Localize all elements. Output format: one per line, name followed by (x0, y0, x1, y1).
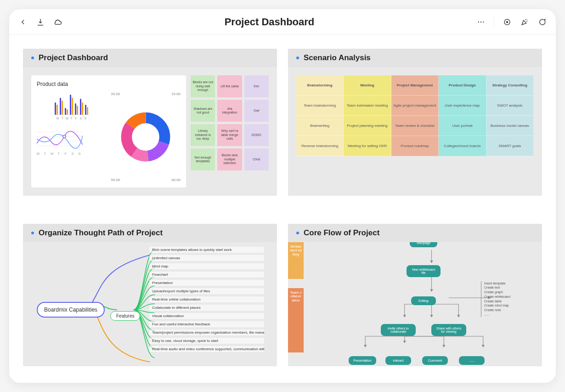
mindmap-leaf[interactable]: Visual collaboration (149, 313, 264, 319)
flow-node[interactable]: Webpage (410, 242, 437, 247)
sticky-note[interactable]: DODO (244, 124, 269, 146)
sticky-note[interactable]: Shadows are not good (191, 100, 215, 122)
flow-node[interactable]: Invite others to collaborate (381, 324, 416, 336)
panel-title: Project Dashboard (39, 53, 108, 62)
mindmap-leaf[interactable]: Upload/export multiple types of files (149, 288, 264, 294)
line-chart: MTWTFSS (37, 127, 107, 155)
scenario-cell[interactable]: Colleges/mood boards (439, 136, 486, 156)
panel-organize[interactable]: Organize Thought Path of Project Boardmi… (23, 224, 277, 366)
product-data-label: Product data (37, 81, 181, 87)
donut-label: 40.00 (171, 178, 181, 182)
mindmap-leaf[interactable]: Collaborate in different places (149, 305, 264, 311)
bullet-icon (31, 232, 34, 234)
panel-coreflow[interactable]: Core Flow of Project Whiteboard editing … (288, 224, 542, 366)
flow-lane-label: Team collaboration (288, 288, 304, 352)
scenario-cell[interactable]: Agile project management (391, 96, 439, 116)
panel-scenario[interactable]: Scenario Analysis BrainstormingMeetingPr… (288, 49, 542, 196)
chat-icon[interactable] (537, 17, 547, 27)
scenario-cell[interactable]: Team review & checklist (391, 116, 439, 136)
bullet-icon (296, 232, 299, 234)
donut-chart: 20.00 10.00 50.00 40.00 (111, 92, 181, 182)
scenario-cell[interactable]: Business model canvas (486, 116, 534, 136)
svg-point-2 (483, 21, 484, 22)
svg-point-0 (478, 21, 479, 22)
sticky-note[interactable]: Jira integration (217, 100, 242, 122)
sticky-note[interactable]: Why can't a table merge cells (217, 124, 242, 146)
flow-node[interactable]: New whiteboard file (407, 265, 441, 277)
panel-title: Core Flow of Project (304, 228, 379, 238)
scenario-cell[interactable]: Meeting for setting OKR (344, 136, 391, 156)
more-icon[interactable] (476, 17, 486, 27)
donut-label: 20.00 (111, 92, 120, 96)
back-icon[interactable] (18, 17, 28, 27)
mindmap-leaf[interactable]: Flowchart (149, 272, 264, 278)
flow-node[interactable]: Interact (385, 356, 411, 365)
record-icon[interactable] (503, 17, 512, 27)
bar-chart: MTWTFSS (37, 92, 107, 120)
scenario-cell[interactable]: Project planning meeting (344, 116, 391, 136)
mindmap-leaf[interactable]: Presentation (149, 280, 264, 286)
donut-label: 10.00 (171, 92, 181, 96)
topbar: Project Dashboard (9, 9, 556, 35)
svg-point-1 (480, 21, 481, 22)
scenario-header[interactable]: Brainstorming (296, 75, 344, 96)
mindmap-root[interactable]: Boardmix Capabilities (37, 302, 105, 318)
mindmap-leaf[interactable]: Easy to use, cloud storage, quick to sta… (149, 338, 264, 344)
scenario-cell[interactable]: SWOT analysis (486, 96, 534, 116)
donut-label: 50.00 (111, 178, 120, 182)
content-grid: Project Dashboard Product data MTWTFSS (9, 35, 556, 383)
cloud-icon[interactable] (53, 17, 62, 27)
scenario-cell[interactable]: User portrait (439, 116, 486, 136)
flow-node[interactable]: ...... (459, 356, 485, 365)
flow-node[interactable]: Editing (411, 296, 436, 305)
sticky-note[interactable]: Chris (244, 148, 269, 170)
flow-node[interactable]: Share with others for viewing (431, 324, 466, 336)
flow-node[interactable]: Comment (422, 356, 448, 365)
flow-lane-label: Whiteboard editing (288, 242, 304, 279)
party-icon[interactable] (520, 17, 529, 27)
divider (494, 17, 494, 28)
scenario-table: BrainstormingMeetingProject ManagementPr… (296, 75, 534, 156)
panel-dashboard[interactable]: Project Dashboard Product data MTWTFSS (23, 49, 277, 196)
sticky-note[interactable]: Kim (244, 75, 269, 97)
svg-point-4 (507, 21, 508, 23)
mindmap-leaf[interactable]: Real-time audio and video conference sup… (149, 346, 264, 352)
page-title: Project Dashboard (62, 16, 476, 28)
sticky-note[interactable]: Not enough templates (191, 148, 215, 170)
scenario-cell[interactable]: Brainwriting (296, 116, 344, 136)
scenario-cell[interactable]: Reverse brainstorming (296, 136, 344, 156)
product-data-card: Product data MTWTFSS (31, 75, 186, 187)
sticky-note[interactable]: Library entrance is too deep (191, 124, 215, 146)
mindmap-leaf[interactable]: Rich scene templates allows to quickly s… (149, 247, 264, 253)
scenario-header[interactable]: Meeting (344, 75, 391, 96)
scenario-cell[interactable]: SMART goals (486, 136, 534, 156)
mindmap-leaves: Rich scene templates allows to quickly s… (149, 247, 264, 352)
app-window: Project Dashboard Project Dashboard Prod… (9, 9, 556, 383)
bullet-icon (296, 57, 299, 59)
sticky-note[interactable]: Blocks are not doing well enough (191, 75, 215, 97)
download-icon[interactable] (36, 17, 45, 27)
scenario-cell[interactable]: User experience map (439, 96, 486, 116)
mindmap-leaf[interactable]: Real-time online collaboration (149, 296, 264, 302)
scenario-cell[interactable]: Team icebreaker meeting (344, 96, 391, 116)
sticky-note[interactable]: Owl (244, 100, 269, 122)
mindmap-leaf[interactable]: Team/project permissions empower organiz… (149, 330, 264, 335)
mindmap-leaf[interactable]: Mind map (149, 263, 264, 269)
bullet-icon (31, 57, 34, 59)
scenario-header[interactable]: Product Design (439, 75, 486, 96)
scenario-header[interactable]: Project Management (391, 75, 439, 96)
flow-annotation: Insert templateCreate textCreate graphCr… (481, 281, 510, 317)
mindmap-sub[interactable]: Features (110, 311, 140, 321)
svg-point-9 (63, 135, 66, 138)
sticky-note[interactable]: Blocks lack multiple selection (217, 148, 242, 170)
flow-node[interactable]: Presentation (349, 356, 376, 365)
scenario-cell[interactable]: Product roadmap (391, 136, 439, 156)
panel-title: Scenario Analysis (304, 53, 371, 62)
sticky-grid: Blocks are not doing well enoughLift the… (191, 75, 269, 187)
panel-title: Organize Thought Path of Project (39, 228, 163, 238)
mindmap-leaf[interactable]: Fun and useful interactive feedback (149, 321, 264, 327)
scenario-header[interactable]: Strategy Consulting (486, 75, 534, 96)
mindmap-leaf[interactable]: Unlimited canvas (149, 255, 264, 261)
scenario-cell[interactable]: Team brainstorming (296, 96, 344, 116)
sticky-note[interactable]: Lift the cabie (217, 75, 242, 97)
